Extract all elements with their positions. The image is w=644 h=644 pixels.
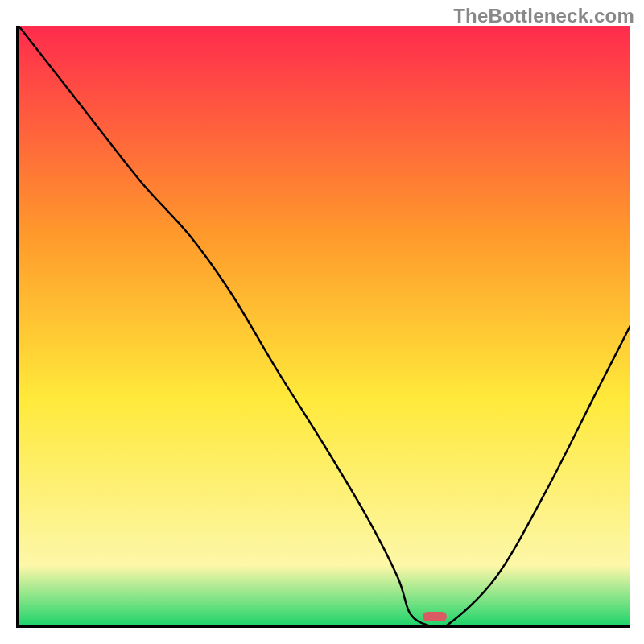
optimal-marker [423, 612, 447, 621]
curve-path [19, 26, 630, 625]
plot-area [16, 26, 630, 628]
bottleneck-curve [19, 26, 630, 625]
watermark-text: TheBottleneck.com [453, 5, 634, 27]
